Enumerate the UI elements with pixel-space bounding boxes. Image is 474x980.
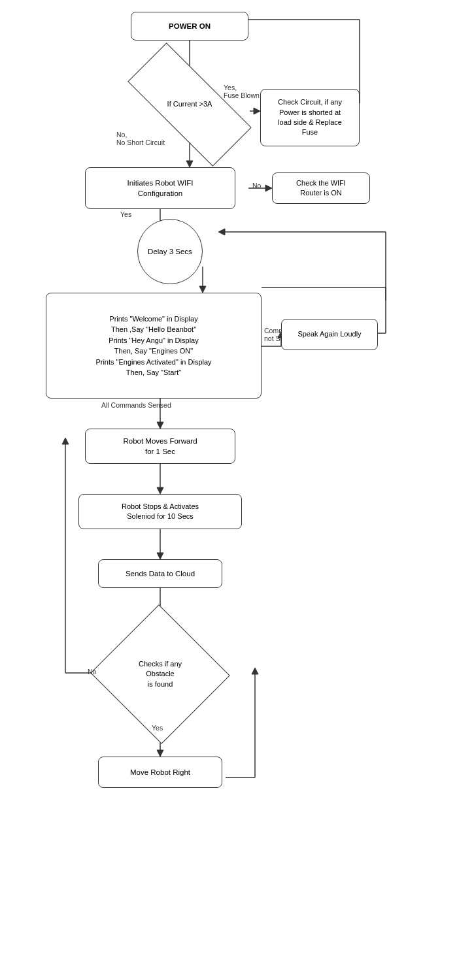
svg-marker-13	[265, 185, 272, 191]
speak-again-node: Speak Again Loudly	[281, 319, 378, 350]
svg-marker-41	[157, 750, 163, 757]
check-circuit-node: Check Circuit, if any Power is shorted a…	[260, 89, 360, 146]
svg-marker-44	[252, 668, 258, 674]
no-obstacle-label: No	[88, 668, 96, 676]
delay-node: Delay 3 Secs	[137, 219, 203, 284]
sends-data-node: Sends Data to Cloud	[98, 559, 222, 588]
power-on-node: POWER ON	[131, 12, 248, 41]
svg-marker-30	[157, 422, 163, 429]
if-current-label: If Current >3A	[129, 97, 250, 112]
all-commands-label: All Commands Sensed	[101, 401, 171, 409]
prints-welcome-node: Prints "Welcome" in Display Then ,Say "H…	[46, 293, 262, 399]
yes-wifi-label: Yes	[120, 210, 131, 218]
robot-stops-node: Robot Stops & Activates Soleniod for 10 …	[78, 494, 242, 529]
svg-marker-28	[218, 229, 225, 235]
robot-moves-node: Robot Moves Forward for 1 Sec	[85, 429, 235, 464]
yes-obstacle-label: Yes	[152, 724, 163, 732]
svg-marker-11	[186, 161, 193, 167]
initiates-wifi-node: Initiates Robot WIFI Configuration	[85, 167, 235, 209]
no-wifi-label: No	[252, 182, 261, 189]
checks-obstacle-label: Checks if any Obstacle is found	[110, 657, 211, 692]
check-wifi-node: Check the WIFI Router is ON	[272, 172, 370, 204]
checks-obstacle-diamond: Checks if any Obstacle is found	[110, 626, 211, 723]
svg-marker-18	[199, 286, 206, 293]
flowchart: POWER ON If Current >3A Yes, Fuse Blown …	[0, 0, 474, 980]
svg-marker-34	[157, 553, 163, 559]
svg-marker-5	[254, 108, 260, 114]
no-short-label: No, No Short Circuit	[116, 131, 165, 146]
svg-marker-39	[62, 438, 69, 444]
move-right-node: Move Robot Right	[98, 757, 222, 788]
svg-marker-32	[157, 487, 163, 494]
